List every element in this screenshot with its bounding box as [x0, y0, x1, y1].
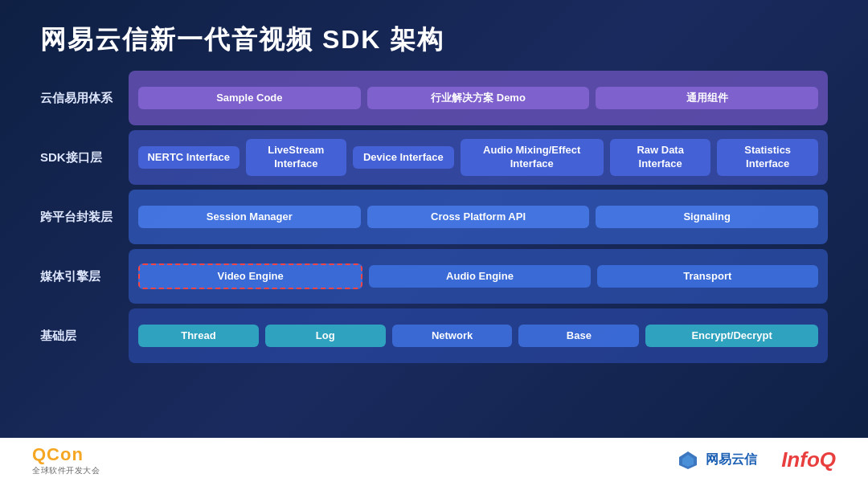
layer-label-cross: 跨平台封装层: [40, 190, 129, 244]
box-yixin-1: 行业解决方案 Demo: [367, 87, 590, 110]
layer-row-base: 基础层ThreadLogNetworkBaseEncrypt/Decrypt: [40, 308, 828, 363]
box-sdk-2: Device Interface: [353, 146, 454, 170]
footer-right: 网易云信 InfoQ: [677, 447, 836, 472]
box-cross-2: Signaling: [596, 206, 818, 229]
layer-label-media: 媒体引擎层: [40, 249, 129, 304]
box-media-0: Video Engine: [138, 263, 362, 290]
yunxin-label: 网易云信: [706, 451, 757, 468]
main-container: 网易云信新一代音视频 SDK 架构 云信易用体系Sample Code行业解决方…: [0, 0, 868, 482]
layer-label-yixin: 云信易用体系: [40, 71, 129, 125]
box-base-0: Thread: [138, 325, 259, 348]
layer-row-media: 媒体引擎层Video EngineAudio EngineTransport: [40, 249, 828, 304]
yunxin-logo: 网易云信: [677, 449, 757, 472]
footer: QCon 全球软件开发大会 网易云信 InfoQ: [0, 438, 868, 482]
box-media-1: Audio Engine: [369, 265, 590, 288]
qcon-sub: 全球软件开发大会: [32, 465, 100, 476]
box-base-2: Network: [392, 325, 513, 348]
diagram-area: 云信易用体系Sample Code行业解决方案 Demo通用组件SDK接口层NE…: [0, 71, 868, 363]
box-base-3: Base: [518, 325, 639, 348]
infoq-logo: InfoQ: [781, 447, 836, 472]
box-cross-1: Cross Platform API: [367, 206, 590, 229]
layer-label-base: 基础层: [40, 308, 129, 363]
title-area: 网易云信新一代音视频 SDK 架构: [0, 0, 868, 71]
yunxin-icon: [677, 449, 699, 472]
layer-content-media: Video EngineAudio EngineTransport: [129, 249, 828, 304]
box-yixin-0: Sample Code: [138, 87, 361, 110]
footer-left: QCon 全球软件开发大会: [32, 444, 100, 476]
box-base-4: Encrypt/Decrypt: [645, 325, 818, 348]
layer-content-yixin: Sample Code行业解决方案 Demo通用组件: [129, 71, 828, 125]
box-sdk-0: NERTC Interface: [138, 146, 240, 170]
layer-content-cross: Session ManagerCross Platform APISignali…: [129, 190, 828, 244]
box-media-2: Transport: [597, 265, 818, 288]
layer-row-sdk: SDK接口层NERTC InterfaceLiveStream Interfac…: [40, 130, 828, 185]
layer-row-yixin: 云信易用体系Sample Code行业解决方案 Demo通用组件: [40, 71, 828, 125]
layer-row-cross: 跨平台封装层Session ManagerCross Platform APIS…: [40, 190, 828, 244]
box-sdk-4: Raw Data Interface: [610, 139, 711, 176]
box-base-1: Log: [265, 325, 386, 348]
layer-content-base: ThreadLogNetworkBaseEncrypt/Decrypt: [129, 308, 828, 363]
page-title: 网易云信新一代音视频 SDK 架构: [40, 22, 828, 58]
layer-content-sdk: NERTC InterfaceLiveStream InterfaceDevic…: [129, 130, 828, 185]
layer-label-sdk: SDK接口层: [40, 130, 129, 185]
box-cross-0: Session Manager: [138, 206, 361, 229]
box-sdk-5: Statistics Interface: [717, 139, 818, 176]
qcon-logo: QCon: [32, 444, 84, 465]
box-sdk-1: LiveStream Interface: [246, 139, 347, 176]
box-sdk-3: Audio Mixing/Effect Interface: [461, 139, 604, 176]
box-yixin-2: 通用组件: [596, 87, 818, 110]
